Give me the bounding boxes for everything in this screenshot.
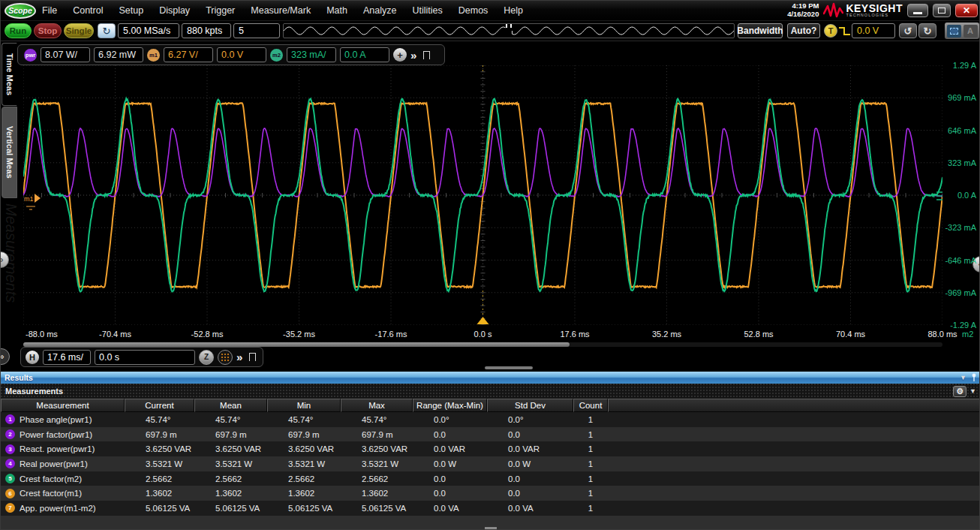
- measurement-name: Phase angle(pwr1): [20, 415, 92, 424]
- auto-trigger-button[interactable]: Auto?: [787, 23, 820, 38]
- measurement-name: Crest factor(m1): [20, 489, 82, 498]
- acquisition-preview-strip[interactable]: [283, 23, 735, 38]
- table-row[interactable]: 5Crest factor(m2)2.56622.56622.56622.566…: [1, 471, 980, 486]
- menu-item-display[interactable]: Display: [159, 5, 190, 16]
- brand-name: KEYSIGHT: [846, 3, 903, 14]
- m1-offset-field[interactable]: 0.0 V: [217, 47, 266, 62]
- memory-depth-field[interactable]: 880 kpts: [182, 23, 231, 38]
- measurement-name-cell: 4Real power(pwr1): [1, 456, 125, 471]
- acquire-mode-button[interactable]: ↻: [98, 23, 116, 38]
- scope-logo[interactable]: Scope: [5, 3, 36, 19]
- popout-icon[interactable]: [423, 51, 430, 59]
- measurement-number-badge: 6: [5, 489, 15, 498]
- bottom-scrollbar-thumb[interactable]: [485, 527, 497, 530]
- menu-item-setup[interactable]: Setup: [119, 5, 143, 16]
- menu-item-demos[interactable]: Demos: [458, 5, 488, 16]
- single-button[interactable]: Single: [64, 23, 94, 38]
- column-header-max[interactable]: Max: [341, 399, 413, 412]
- column-header-range-max-min-[interactable]: Range (Max-Min): [413, 399, 487, 412]
- measurements-section-bar[interactable]: Measurements ⚙ ▼: [1, 384, 980, 399]
- column-header-std-dev[interactable]: Std Dev: [487, 399, 573, 412]
- table-row[interactable]: 6Crest factor(m1)1.36021.36021.36021.360…: [1, 486, 980, 501]
- m2-axis-tick-label: -969 mA: [945, 288, 976, 297]
- m2-scale-field[interactable]: 323 mA/: [287, 47, 336, 62]
- measurement-name-cell: 7App. power(m1-m2): [1, 501, 125, 516]
- results-title-bar[interactable]: Results ▼: [1, 372, 980, 384]
- zoom-select-button[interactable]: [947, 25, 961, 38]
- table-row[interactable]: 7App. power(m1-m2)5.06125 VA5.06125 VA5.…: [1, 501, 980, 516]
- measurement-value-cell: 3.6250 VAR: [194, 441, 267, 456]
- close-icon: ✕: [963, 5, 970, 16]
- m2-axis-tick-label: 323 mA: [948, 158, 976, 167]
- delay-field[interactable]: 0.0 s: [95, 350, 195, 365]
- m1-scale-field[interactable]: 6.27 V/: [164, 47, 213, 62]
- column-header-min[interactable]: Min: [267, 399, 341, 412]
- minimize-button[interactable]: [907, 4, 928, 17]
- measurements-dropdown-icon[interactable]: ▼: [969, 387, 976, 395]
- column-header-mean[interactable]: Mean: [194, 399, 267, 412]
- table-row[interactable]: 1Phase angle(pwr1)45.74°45.74°45.74°45.7…: [1, 412, 980, 427]
- m2-channel-badge[interactable]: m2: [270, 49, 283, 62]
- table-row[interactable]: 2Power factor(pwr1)697.9 m697.9 m697.9 m…: [1, 427, 980, 442]
- trigger-level-field[interactable]: 0.0 V: [852, 23, 895, 38]
- falling-edge-icon[interactable]: [838, 26, 851, 37]
- measurement-value-cell: 3.5321 W: [194, 456, 267, 471]
- time-axis-tick-label: 88.0 ms: [927, 330, 957, 339]
- pwr1-offset-field[interactable]: 6.92 mW: [94, 47, 143, 62]
- column-header-count[interactable]: Count: [573, 399, 608, 412]
- measurement-value-cell: 697.9 m: [194, 427, 267, 442]
- run-button[interactable]: Run: [5, 23, 32, 38]
- pwr1-scale-field[interactable]: 8.07 W/: [41, 47, 90, 62]
- bandwidth-button[interactable]: Bandwidth: [738, 23, 783, 38]
- time-axis-tick-label: -88.0 ms: [26, 330, 58, 339]
- tab-vertical-meas[interactable]: Vertical Meas: [2, 107, 17, 198]
- zoom-mode-button[interactable]: Z: [199, 350, 214, 365]
- menu-item-help[interactable]: Help: [504, 5, 523, 16]
- measurement-value-cell: 45.74°: [267, 412, 341, 427]
- column-header-current[interactable]: Current: [125, 399, 194, 412]
- menu-item-measure-mark[interactable]: Measure/Mark: [251, 5, 311, 16]
- menu-item-control[interactable]: Control: [73, 5, 103, 16]
- menu-item-trigger[interactable]: Trigger: [206, 5, 235, 16]
- horizontal-badge[interactable]: H: [26, 351, 39, 364]
- popout-icon[interactable]: [249, 353, 256, 361]
- expand-chevrons-icon[interactable]: »: [236, 351, 242, 363]
- m2-axis-labels: 1.29 A969 mA646 mA323 mA0.0 A-323 mA-646…: [944, 65, 978, 325]
- waveform-plot[interactable]: m1: [23, 65, 942, 325]
- m2-offset-field[interactable]: 0.0 A: [340, 47, 389, 62]
- menu-item-analyze[interactable]: Analyze: [363, 5, 396, 16]
- menu-item-utilities[interactable]: Utilities: [412, 5, 442, 16]
- measurement-value-cell: 5.06125 VA: [194, 501, 267, 516]
- menu-item-math[interactable]: Math: [326, 5, 347, 16]
- xy-mode-button[interactable]: [218, 350, 233, 365]
- measurement-number-badge: 2: [5, 429, 15, 439]
- stop-button[interactable]: Stop: [34, 23, 62, 38]
- trigger-source-badge[interactable]: T: [824, 24, 837, 38]
- measurement-name: App. power(m1-m2): [20, 504, 96, 513]
- undo-button[interactable]: ↺: [899, 23, 917, 38]
- redo-button[interactable]: ↻: [918, 23, 936, 38]
- add-channel-button[interactable]: +: [393, 48, 407, 62]
- pwr1-channel-badge[interactable]: pwr: [24, 49, 37, 62]
- annotation-button[interactable]: A: [963, 25, 978, 38]
- measurement-value-cell: 0.0: [487, 471, 573, 486]
- expand-chevrons-icon[interactable]: »: [410, 50, 416, 61]
- table-row[interactable]: 4Real power(pwr1)3.5321 W3.5321 W3.5321 …: [1, 456, 980, 471]
- splitter-handle[interactable]: [485, 366, 533, 369]
- m1-channel-badge[interactable]: m1: [147, 49, 160, 62]
- pin-icon[interactable]: [971, 373, 977, 382]
- tab-time-meas[interactable]: Time Meas: [2, 43, 17, 106]
- acquisition-count-field[interactable]: 5: [233, 23, 280, 38]
- maximize-button[interactable]: [933, 4, 951, 17]
- time-axis-tick-label: -70.4 ms: [99, 330, 131, 339]
- sample-rate-field[interactable]: 5.00 MSa/s: [118, 23, 179, 38]
- timebase-field[interactable]: 17.6 ms/: [43, 350, 91, 365]
- measurement-number-badge: 7: [5, 503, 15, 513]
- column-header-measurement[interactable]: Measurement: [1, 399, 125, 412]
- measurement-value-cell: 1: [573, 412, 608, 427]
- menu-item-file[interactable]: File: [42, 5, 57, 16]
- close-button[interactable]: ✕: [955, 4, 978, 17]
- results-dropdown-icon[interactable]: ▼: [960, 374, 966, 381]
- table-row[interactable]: 3React. power(pwr1)3.6250 VAR3.6250 VAR3…: [1, 441, 980, 456]
- measurement-settings-button[interactable]: ⚙: [953, 386, 966, 397]
